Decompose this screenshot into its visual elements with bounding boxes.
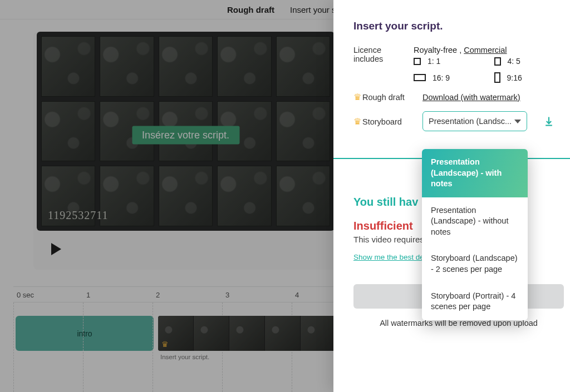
export-panel: Insert your script. Licence includes Roy… bbox=[333, 0, 570, 392]
licence-commercial-link[interactable]: Commercial bbox=[464, 46, 507, 54]
dropdown-option[interactable]: Presentation (Landscape) - without notes bbox=[422, 197, 528, 246]
ratio-icon bbox=[494, 57, 501, 66]
dropdown-option[interactable]: Storyboard (Portrait) - 4 scenes per pag… bbox=[422, 283, 528, 320]
best-deal-link[interactable]: Show me the best deal bbox=[353, 253, 430, 261]
chevron-down-icon bbox=[514, 120, 521, 123]
dropdown-option[interactable]: Presentation (Landscape) - with notes bbox=[422, 149, 528, 197]
ratio-icon bbox=[414, 58, 421, 65]
storyboard-format-select[interactable]: Presentation (Landsc... bbox=[422, 111, 527, 131]
ratio-4-5[interactable]: 4: 5 bbox=[494, 57, 559, 66]
ratio-icon bbox=[494, 72, 500, 83]
ratio-16-9[interactable]: 16: 9 bbox=[414, 72, 479, 83]
ratio-icon bbox=[414, 74, 426, 81]
ratio-9-16[interactable]: 9:16 bbox=[494, 72, 559, 83]
storyboard-dropdown: Presentation (Landscape) - with notes Pr… bbox=[422, 149, 528, 320]
licence-label: Licence includes bbox=[353, 46, 404, 63]
licence-value: Royalty-free , Commercial 1: 1 4: 5 16: … bbox=[414, 46, 559, 83]
storyboard-label: Storyboard bbox=[362, 117, 402, 126]
download-watermark-link[interactable]: Download (with watermark) bbox=[422, 93, 520, 102]
ratio-1-1[interactable]: 1: 1 bbox=[414, 57, 479, 66]
crown-icon: ♛ bbox=[353, 117, 361, 126]
crown-icon: ♛ bbox=[353, 92, 361, 102]
rough-draft-label: Rough draft bbox=[362, 93, 405, 102]
dropdown-option[interactable]: Storyboard (Landscape) - 2 scenes per pa… bbox=[422, 245, 528, 282]
panel-title: Insert your script. bbox=[353, 20, 559, 32]
download-storyboard-icon[interactable] bbox=[542, 114, 556, 128]
select-value: Presentation (Landsc... bbox=[429, 117, 514, 126]
